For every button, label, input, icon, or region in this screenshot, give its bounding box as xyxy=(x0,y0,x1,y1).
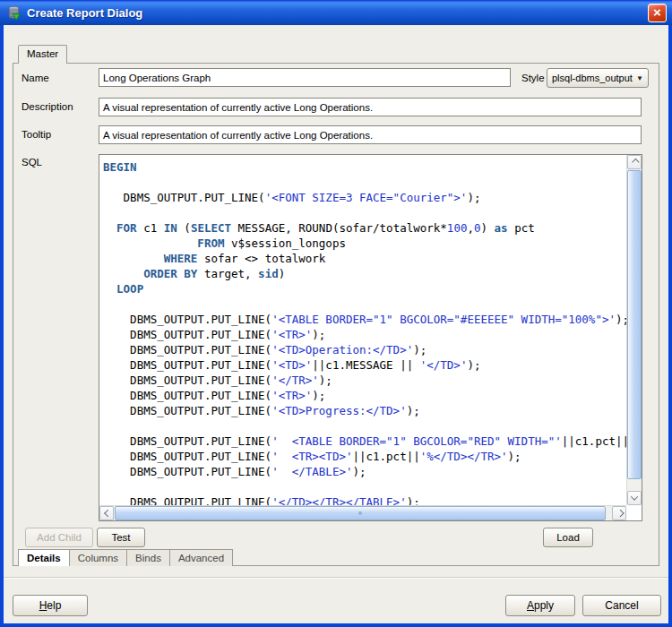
apply-button-label: pply xyxy=(534,599,554,612)
vertical-scrollbar[interactable] xyxy=(626,155,642,505)
chevron-up-icon xyxy=(632,159,639,166)
window-title: Create Report Dialog xyxy=(27,6,648,20)
horizontal-scrollbar[interactable] xyxy=(99,505,626,520)
help-button[interactable]: Help xyxy=(13,595,88,616)
tab-master[interactable]: Master xyxy=(18,45,67,64)
help-button-label: elp xyxy=(47,599,61,612)
create-report-dialog: Create Report Dialog × Master Name Style… xyxy=(0,0,672,627)
close-icon: × xyxy=(653,4,661,20)
style-label: Style xyxy=(521,73,545,83)
dialog-body: Master Name Style plsql-dbms_output ▼ De… xyxy=(4,25,668,623)
name-label: Name xyxy=(22,73,49,83)
apply-button[interactable]: Apply xyxy=(505,595,575,616)
chevron-down-icon: ▼ xyxy=(636,74,643,82)
description-input[interactable] xyxy=(99,98,642,116)
apply-button-mnemonic: A xyxy=(527,599,534,612)
tab-binds[interactable]: Binds xyxy=(126,549,170,566)
tab-details[interactable]: Details xyxy=(18,549,70,566)
chevron-right-icon xyxy=(616,510,624,517)
description-label: Description xyxy=(22,101,73,112)
cancel-button[interactable]: Cancel xyxy=(582,595,661,616)
sql-editor[interactable]: BEGIN DBMS_OUTPUT.PUT_LINE('<FONT SIZE=3… xyxy=(99,154,642,521)
scroll-right-button[interactable] xyxy=(612,506,626,520)
style-select[interactable]: plsql-dbms_output ▼ xyxy=(547,68,649,88)
chevron-left-icon xyxy=(104,510,111,517)
detail-tabs: Details Columns Binds Advanced xyxy=(18,549,232,566)
style-select-value: plsql-dbms_output xyxy=(552,73,633,83)
sql-label: SQL xyxy=(22,157,42,167)
sql-code[interactable]: BEGIN DBMS_OUTPUT.PUT_LINE('<FONT SIZE=3… xyxy=(99,155,626,505)
test-button[interactable]: Test xyxy=(97,528,145,547)
scroll-left-button[interactable] xyxy=(99,506,114,520)
title-bar: Create Report Dialog × xyxy=(0,0,672,25)
name-input[interactable] xyxy=(99,68,511,87)
add-child-button[interactable]: Add Child xyxy=(25,528,93,547)
close-button[interactable]: × xyxy=(648,4,667,22)
tooltip-label: Tooltip xyxy=(22,129,51,140)
footer-separator xyxy=(4,577,668,579)
horizontal-scroll-thumb[interactable] xyxy=(115,506,606,520)
scroll-up-button[interactable] xyxy=(627,155,642,169)
load-button[interactable]: Load xyxy=(543,528,593,547)
chevron-down-icon xyxy=(631,493,638,500)
scroll-down-button[interactable] xyxy=(627,491,642,505)
database-icon xyxy=(7,5,22,21)
vertical-scroll-thumb[interactable] xyxy=(627,170,642,479)
tab-advanced[interactable]: Advanced xyxy=(169,549,233,566)
tooltip-input[interactable] xyxy=(99,125,642,144)
tab-columns[interactable]: Columns xyxy=(69,549,127,566)
